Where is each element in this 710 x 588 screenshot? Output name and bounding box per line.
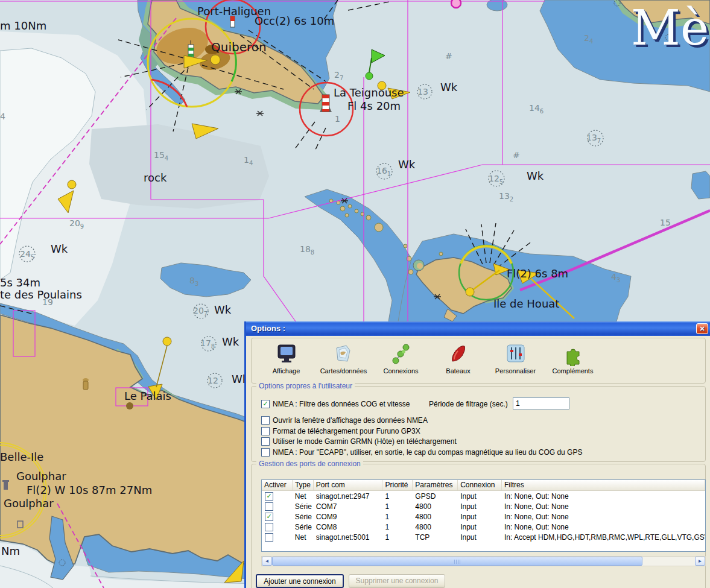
tab-connexions[interactable]: Connexions [372,342,429,375]
furuno-format-checkbox[interactable] [261,427,270,435]
scroll-left-arrow[interactable]: ◄ [262,557,272,566]
group-legend: Options propres à l'utilisateur [256,382,355,390]
table-cell: 1 [382,502,413,511]
dialog-titlebar[interactable]: Options : ✕ [246,321,710,336]
table-cell: Série [293,502,314,511]
tool-label: Connexions [372,367,429,375]
tool-label: Personnaliser [487,367,544,375]
add-connection-button[interactable]: Ajouter une connexion [256,574,344,588]
table-cell: COM9 [314,512,383,521]
table-row[interactable]: ✓SérieCOM914800InputIn: None, Out: None [262,511,705,522]
ecapb-compass-checkbox[interactable] [261,448,270,457]
table-cell: TCP [413,533,458,542]
close-button[interactable]: ✕ [696,323,708,334]
tool-label: Compléments [544,367,601,375]
tab-personnaliser[interactable]: Personnaliser [487,342,544,375]
table-cell: sinagot.net:5001 [314,533,383,542]
tab-complements[interactable]: Compléments [544,342,601,375]
col-type[interactable]: Type [293,480,314,490]
garmin-grmn-checkbox[interactable] [261,437,270,446]
table-row[interactable]: Netsinagot.net:50011TCPInputIn: Accept H… [262,532,705,542]
table-cell: 4800 [413,512,458,521]
scroll-left-icon: ◄ [265,558,270,564]
row-active-checkbox[interactable]: ✓ [265,492,273,501]
table-cell: COM7 [314,502,383,511]
dialog-title: Options : [251,324,285,333]
check-icon: ✓ [262,400,268,408]
table-cell: GPSD [413,492,458,501]
scrollbar-grip-icon [454,560,461,564]
user-options-group: Options propres à l'utilisateur ✓ NMEA :… [251,386,706,462]
table-cell: Input [458,522,502,531]
table-cell: Input [458,492,502,501]
table-cell: COM8 [314,522,383,531]
table-cell: Série [293,522,314,531]
table-cell: 1 [382,533,413,542]
filter-period-input[interactable] [513,397,569,409]
table-cell: Net [293,533,314,542]
table-cell: Input [458,533,502,542]
remove-connection-button: Supprimer une connexion [349,574,445,588]
table-row[interactable]: ✓Netsinagot.net:29471GPSDInputIn: None, … [262,491,705,501]
table-cell: Net [293,492,314,501]
connections-icon [372,342,429,366]
boats-icon [429,342,487,366]
row-active-checkbox[interactable]: ✓ [265,513,273,521]
row-active-checkbox[interactable] [265,502,273,511]
scroll-right-arrow[interactable]: ► [695,557,705,566]
tab-affichage[interactable]: Affichage [258,342,315,375]
tool-label: Bateaux [429,367,487,375]
checkbox-label: NMEA : Pour "ECAPB", utiliser, en sortie… [273,448,582,457]
checkbox-label: Utiliser le mode Garmin GRMN (Hôte) en t… [273,437,457,446]
table-row[interactable]: SérieCOM714800InputIn: None, Out: None [262,501,705,511]
tab-bateaux[interactable]: Bateaux [429,342,487,375]
table-cell: Input [458,502,502,511]
table-cell: In: None, Out: None [502,512,705,521]
scrollbar-thumb[interactable] [272,557,642,566]
col-priorite[interactable]: Priorité [382,480,413,490]
open-nmea-window-checkbox[interactable] [261,416,270,425]
ports-group: Gestion des ports de connexion Activer T… [251,464,706,588]
table-cell: 1 [382,512,413,521]
table-cell: In: None, Out: None [502,502,705,511]
table-cell: Input [458,512,502,521]
horizontal-scrollbar[interactable]: ◄ ► [261,556,706,566]
table-cell: In: None, Out: None [502,522,705,531]
table-cell: In: None, Out: None [502,492,705,501]
table-header[interactable]: Activer Type Port com Priorité Paramètre… [262,480,705,491]
row-active-checkbox[interactable] [265,533,273,542]
table-cell: 4800 [413,522,458,531]
charts-icon [315,342,372,366]
col-port-com[interactable]: Port com [314,480,383,490]
plugins-icon [544,342,601,366]
checkbox-label: Ouvrir la fenêtre d'affichage des donnée… [273,416,428,425]
period-label: Période de filtrage (sec.) [429,400,508,408]
table-row[interactable]: SérieCOM814800InputIn: None, Out: None [262,522,705,532]
tool-label: Cartes/données [315,367,372,375]
tool-label: Affichage [258,367,315,375]
customize-icon [487,342,544,366]
nmea-filter-label: NMEA : Filtre des données COG et vitesse [273,400,410,408]
close-icon: ✕ [699,325,705,332]
col-filtres[interactable]: Filtres [502,480,705,490]
table-cell: In: Accept HDM,HDG,HDT,RMB,RMC,WPL,RTE,G… [502,533,705,542]
group-legend: Gestion des ports de connexion [256,460,363,468]
col-connexion[interactable]: Connexion [458,480,502,490]
table-cell: sinagot.net:2947 [314,492,383,501]
ports-table[interactable]: Activer Type Port com Priorité Paramètre… [261,479,706,552]
checkbox-label: Format de téléchargement pour Furuno GP3… [273,427,420,435]
row-active-checkbox[interactable] [265,523,273,531]
table-cell: 1 [382,522,413,531]
table-cell: 1 [382,492,413,501]
scroll-right-icon: ► [698,558,703,564]
table-cell: 4800 [413,502,458,511]
display-icon [258,342,315,366]
col-activer[interactable]: Activer [262,480,293,490]
toolbar-group: Affichage Cartes/données Connexions Bate… [251,338,706,384]
nmea-filter-checkbox[interactable]: ✓ [261,400,270,408]
application-window: Mè m 10NmPort-HaliguenOcc(2) 6s 10mQuibe… [0,0,710,588]
tab-cartes-donnees[interactable]: Cartes/données [315,342,372,375]
options-dialog: Options : ✕ Affichage Cartes/données [244,321,710,588]
col-parametres[interactable]: Paramètres [413,480,458,490]
table-cell: Série [293,512,314,521]
